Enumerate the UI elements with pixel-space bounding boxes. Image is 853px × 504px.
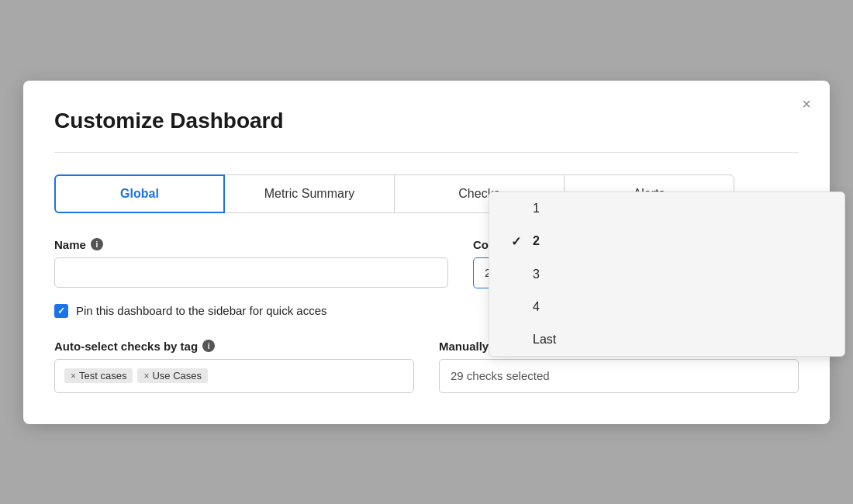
check-mark-icon: ✓ <box>57 306 65 316</box>
modal-dialog: × Customize Dashboard Global Metric Summ… <box>23 81 830 424</box>
dropdown-option-3[interactable]: 3 <box>489 258 844 291</box>
dropdown-label-1: 1 <box>533 202 540 216</box>
tab-metric-summary[interactable]: Metric Summary <box>224 174 395 213</box>
dropdown-option-last[interactable]: Last <box>489 323 844 356</box>
dropdown-label-3: 3 <box>533 268 540 281</box>
auto-select-label: Auto-select checks by tag i <box>54 340 414 353</box>
tag-use-cases: × Use Cases <box>137 368 208 383</box>
dropdown-option-1[interactable]: 1 <box>489 192 844 225</box>
divider <box>54 152 799 153</box>
dropdown-option-4[interactable]: 4 <box>489 291 844 323</box>
name-label: Name i <box>54 238 448 251</box>
auto-select-group: Auto-select checks by tag i × Test cases… <box>54 340 414 393</box>
dropdown-label-last: Last <box>533 333 556 347</box>
tab-global[interactable]: Global <box>54 174 225 213</box>
pin-label: Pin this dashboard to the sidebar for qu… <box>76 304 327 317</box>
name-group: Name i <box>54 238 448 288</box>
tag-test-cases-label: Test cases <box>79 370 126 381</box>
dropdown-label-4: 4 <box>533 300 540 314</box>
dropdown-label-2: 2 <box>533 234 540 248</box>
tag-use-cases-label: Use Cases <box>152 370 202 381</box>
auto-select-info-icon[interactable]: i <box>202 340 215 352</box>
name-info-icon[interactable]: i <box>91 238 103 250</box>
columns-dropdown[interactable]: 1 ✓ 2 3 4 Last <box>489 192 845 357</box>
tags-input[interactable]: × Test cases × Use Cases <box>54 359 414 393</box>
dropdown-option-2[interactable]: ✓ 2 <box>489 225 844 258</box>
tag-test-cases: × Test cases <box>64 368 133 383</box>
tag-use-cases-close-icon[interactable]: × <box>143 371 149 381</box>
tag-close-icon[interactable]: × <box>71 371 76 381</box>
checks-input[interactable]: 29 checks selected <box>439 359 799 393</box>
checks-selected-value: 29 checks selected <box>451 369 550 382</box>
name-input[interactable] <box>54 257 448 288</box>
modal-overlay: × Customize Dashboard Global Metric Summ… <box>0 0 853 504</box>
dropdown-check-2: ✓ <box>511 234 525 249</box>
pin-checkbox[interactable]: ✓ <box>54 304 68 318</box>
modal-title: Customize Dashboard <box>54 109 799 133</box>
close-button[interactable]: × <box>802 96 811 112</box>
form-section: 1 ✓ 2 3 4 Last <box>54 238 799 393</box>
